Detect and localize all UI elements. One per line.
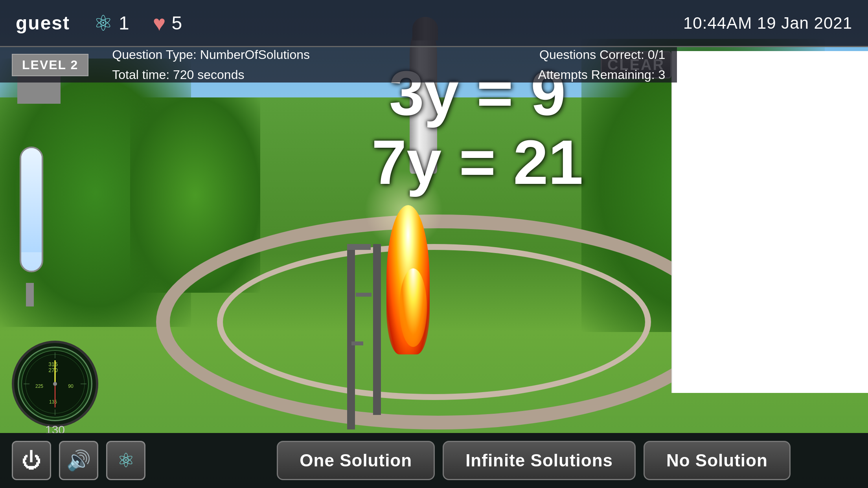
question-info: Question Type: NumberOfSolutions Total t… bbox=[112, 45, 310, 85]
tower-crossbar2 bbox=[356, 293, 371, 297]
svg-text:135: 135 bbox=[49, 399, 57, 405]
atom-icon: ⚛ bbox=[94, 11, 113, 36]
atom-section: ⚛ 1 bbox=[94, 11, 129, 36]
road-inner-oval bbox=[217, 244, 651, 400]
fuel-gauge-stem bbox=[26, 283, 34, 306]
svg-text:270: 270 bbox=[48, 367, 58, 373]
heart-icon: ♥ bbox=[153, 11, 166, 36]
tower-crossbar3 bbox=[351, 341, 363, 345]
no-solution-button[interactable]: No Solution bbox=[644, 441, 791, 480]
power-icon: ⏻ bbox=[22, 449, 41, 472]
level-badge: LEVEL 2 bbox=[12, 54, 88, 76]
score-info: Questions Correct: 0/1 Attempts Remainin… bbox=[538, 45, 666, 85]
info-bar: LEVEL 2 Question Type: NumberOfSolutions… bbox=[0, 47, 677, 83]
tower-crossbar bbox=[347, 244, 371, 250]
heart-count: 5 bbox=[171, 12, 182, 34]
atom-button[interactable]: ⚛ bbox=[106, 441, 145, 480]
top-bar-left: guest ⚛ 1 ♥ 5 bbox=[16, 11, 182, 36]
heart-section: ♥ 5 bbox=[153, 11, 182, 36]
bottom-bar: ⏻ 🔊 ⚛ One Solution Infinite Solutions No… bbox=[0, 433, 868, 488]
atom-count: 1 bbox=[119, 12, 129, 34]
game-container: 315 270 225 90 135 130 3y = 9 7y = 21 CL… bbox=[0, 0, 868, 488]
right-panel bbox=[671, 51, 868, 393]
tower-left bbox=[347, 244, 355, 429]
equation-line2: 7y = 21 bbox=[217, 128, 738, 197]
fuel-gauge bbox=[20, 147, 43, 272]
sound-button[interactable]: 🔊 bbox=[59, 441, 98, 480]
total-time-label: Total time: 720 seconds bbox=[112, 65, 310, 85]
one-solution-button[interactable]: One Solution bbox=[277, 441, 435, 480]
svg-text:315: 315 bbox=[48, 361, 58, 367]
attempts-remaining-label: Attempts Remaining: 3 bbox=[538, 65, 666, 85]
tower-right bbox=[373, 244, 381, 415]
username-display: guest bbox=[16, 12, 70, 34]
datetime-display: 10:44AM 19 Jan 2021 bbox=[683, 14, 852, 33]
compass-display: 315 270 225 90 135 bbox=[18, 347, 92, 421]
top-bar: guest ⚛ 1 ♥ 5 10:44AM 19 Jan 2021 bbox=[0, 0, 868, 47]
compass: 315 270 225 90 135 130 bbox=[12, 341, 98, 427]
svg-text:225: 225 bbox=[35, 383, 43, 389]
question-type-label: Question Type: NumberOfSolutions bbox=[112, 45, 310, 65]
svg-point-13 bbox=[53, 382, 57, 386]
infinite-solutions-button[interactable]: Infinite Solutions bbox=[443, 441, 636, 480]
questions-correct-label: Questions Correct: 0/1 bbox=[538, 45, 666, 65]
sound-icon: 🔊 bbox=[66, 449, 91, 472]
atom-btn-icon: ⚛ bbox=[117, 449, 135, 472]
svg-text:90: 90 bbox=[68, 383, 74, 389]
power-button[interactable]: ⏻ bbox=[12, 441, 51, 480]
rocket-flame-secondary bbox=[399, 268, 427, 347]
